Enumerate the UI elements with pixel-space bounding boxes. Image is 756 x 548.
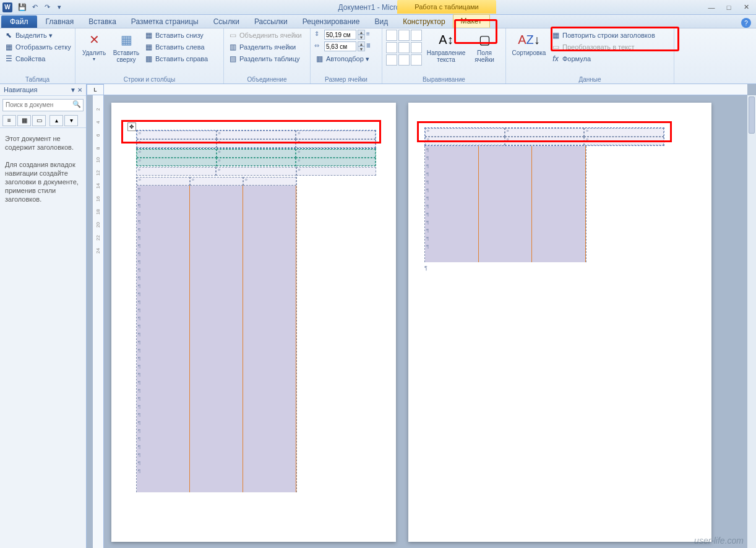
nav-tab-pages[interactable]: ▦ xyxy=(17,115,31,126)
spin-up[interactable]: ▲ xyxy=(358,41,365,46)
show-gridlines-button[interactable]: ▦Отобразить сетку xyxy=(4,41,71,53)
tab-insert[interactable]: Вставка xyxy=(81,15,124,28)
qat-customize-icon[interactable]: ▾ xyxy=(53,2,66,13)
tab-home[interactable]: Главная xyxy=(38,15,82,28)
tab-design[interactable]: Конструктор xyxy=(395,15,452,28)
window-title: Документ1 - Microsoft Word xyxy=(66,3,704,12)
horizontal-ruler[interactable] xyxy=(104,84,747,95)
nav-close-icon[interactable]: ✕ xyxy=(77,87,82,93)
height-icon: ⇕ xyxy=(314,30,323,39)
sort-button[interactable]: AZ↓ Сортировка xyxy=(510,30,548,75)
table-row-extra[interactable]: ¤¤¤ xyxy=(136,167,376,176)
align-mc[interactable] xyxy=(398,42,410,53)
insert-right-button[interactable]: ▦Вставить справа xyxy=(144,53,208,64)
tab-layout[interactable]: Макет xyxy=(453,14,490,28)
insert-right-icon: ▦ xyxy=(144,54,153,64)
col-width-spinner[interactable]: ⇔ ▲▼ Ⅲ xyxy=(314,41,375,51)
group-rowscols-label: Строки и столбцы xyxy=(79,75,220,83)
page-1[interactable]: ✥ ¤¤¤ ¤¤¤ ¤¤¤ ¤¤¤ ¤¤¤ ¤¤¤ ¶¶¶¶¶ xyxy=(111,103,396,542)
maximize-button[interactable]: □ xyxy=(721,2,736,12)
group-merge-label: Объединение xyxy=(228,75,306,83)
repeat-header-icon: ▦ xyxy=(551,30,561,40)
scrollbar-thumb[interactable] xyxy=(749,96,755,134)
tab-mailings[interactable]: Рассылки xyxy=(247,15,295,28)
convert-text-button: ▭Преобразовать в текст xyxy=(551,41,655,53)
spin-down[interactable]: ▼ xyxy=(358,46,365,51)
tab-page-layout[interactable]: Разметка страницы xyxy=(124,15,206,28)
nav-dropdown-icon[interactable]: ▼ xyxy=(70,87,76,93)
distribute-cols-icon[interactable]: Ⅲ xyxy=(366,42,375,51)
insert-below-icon: ▦ xyxy=(144,30,153,40)
group-align-label: Выравнивание xyxy=(386,75,502,83)
insert-above-button[interactable]: ▦ Вставить сверху xyxy=(111,30,141,75)
help-icon[interactable]: ? xyxy=(741,18,751,28)
search-icon[interactable]: 🔍 xyxy=(72,100,81,108)
vertical-scrollbar[interactable] xyxy=(747,95,756,548)
qat-redo-icon[interactable]: ↷ xyxy=(41,2,53,13)
row-height-input[interactable] xyxy=(324,30,356,40)
context-tools-label: Работа с таблицами xyxy=(397,0,496,14)
align-tr[interactable] xyxy=(411,30,422,41)
split-table-icon: ▤ xyxy=(228,54,238,64)
spin-up[interactable]: ▲ xyxy=(358,30,365,35)
table2-header[interactable]: ¤¤¤ ¤¤¤ xyxy=(424,127,664,146)
formula-button[interactable]: fxФормула xyxy=(551,53,655,64)
cell-margins-button[interactable]: ▢ Поля ячейки xyxy=(470,30,499,75)
vertical-ruler[interactable]: 24681012141618202224 xyxy=(93,95,104,548)
nav-tab-up[interactable]: ▴ xyxy=(49,115,63,126)
ruler-toggle[interactable]: L xyxy=(87,84,104,95)
col-width-input[interactable] xyxy=(324,41,356,51)
page-2[interactable]: ¤¤¤ ¤¤¤ ¶¶¶¶¶¶¶¶¶¶¶¶¶ ¶ xyxy=(408,103,711,542)
table-selected-rows[interactable]: ¤¤¤ ¤¤¤ xyxy=(136,148,376,166)
align-mr[interactable] xyxy=(411,42,422,53)
split-table-button[interactable]: ▤Разделить таблицу xyxy=(228,53,302,64)
autofit-button[interactable]: ▦Автоподбор ▾ xyxy=(314,53,375,64)
tab-references[interactable]: Ссылки xyxy=(206,15,247,28)
nav-search-input[interactable] xyxy=(2,99,84,111)
properties-button[interactable]: ☰Свойства xyxy=(4,53,71,64)
align-bl[interactable] xyxy=(386,54,397,66)
table-move-handle[interactable]: ✥ xyxy=(127,122,136,131)
row-height-spinner[interactable]: ⇕ ▲▼ ≡ xyxy=(314,30,375,40)
insert-below-button[interactable]: ▦Вставить снизу xyxy=(144,30,208,41)
spin-down[interactable]: ▼ xyxy=(358,35,365,40)
text-direction-button[interactable]: A↕ Направление текста xyxy=(424,30,468,75)
minimize-button[interactable]: — xyxy=(704,2,719,12)
delete-button[interactable]: ✕ Удалить ▾ xyxy=(79,30,109,75)
paragraph-mark: ¶ xyxy=(424,265,427,271)
insert-left-button[interactable]: ▦Вставить слева xyxy=(144,41,208,53)
document-area: L 24681012141618202224 ✥ ¤¤¤ ¤¤¤ ¤¤¤ ¤¤¤ xyxy=(87,84,756,548)
file-tab[interactable]: Файл xyxy=(1,15,37,28)
table-body[interactable]: ¤¤¤ ¶¶¶¶¶¶¶¶¶¶¶¶¶¶¶¶¶¶¶¶¶¶¶¶¶¶¶¶¶¶¶¶¶¶¶¶ xyxy=(136,177,297,492)
align-tl[interactable] xyxy=(386,30,397,41)
select-button[interactable]: ⬉Выделить ▾ xyxy=(4,30,71,41)
alignment-grid xyxy=(386,30,422,75)
nav-tab-results[interactable]: ▭ xyxy=(32,115,46,126)
align-br[interactable] xyxy=(411,54,422,66)
close-button[interactable]: ✕ xyxy=(739,2,754,12)
tab-view[interactable]: Вид xyxy=(367,15,395,28)
nav-tab-down[interactable]: ▾ xyxy=(64,115,78,126)
repeat-header-button[interactable]: ▦Повторить строки заголовков xyxy=(551,30,655,41)
merge-cells-button: ▭Объединить ячейки xyxy=(228,30,302,41)
nav-tab-headings[interactable]: ≡ xyxy=(2,115,16,126)
split-cells-button[interactable]: ▥Разделить ячейки xyxy=(228,41,302,53)
tab-review[interactable]: Рецензирование xyxy=(295,15,367,28)
properties-icon: ☰ xyxy=(4,54,14,64)
align-ml[interactable] xyxy=(386,42,397,53)
table2-body[interactable]: ¶¶¶¶¶¶¶¶¶¶¶¶¶ xyxy=(424,146,586,262)
align-tc[interactable] xyxy=(398,30,410,41)
distribute-rows-icon[interactable]: ≡ xyxy=(366,30,375,39)
qat-save-icon[interactable]: 💾 xyxy=(16,2,28,13)
align-bc[interactable] xyxy=(398,54,410,66)
text-direction-icon: A↕ xyxy=(437,31,455,48)
insert-left-icon: ▦ xyxy=(144,42,153,52)
insert-above-icon: ▦ xyxy=(118,31,135,48)
navigation-pane: Навигация ▼✕ 🔍 ≡ ▦ ▭ ▴ ▾ Этот документ н… xyxy=(0,84,87,548)
group-size-label: Размер ячейки xyxy=(314,75,378,83)
word-app-icon: W xyxy=(2,2,12,12)
delete-icon: ✕ xyxy=(85,31,103,48)
qat-undo-icon[interactable]: ↶ xyxy=(28,2,41,13)
group-data-label: Данные xyxy=(510,75,670,83)
table-header[interactable]: ¤¤¤ ¤¤¤ xyxy=(136,130,376,148)
